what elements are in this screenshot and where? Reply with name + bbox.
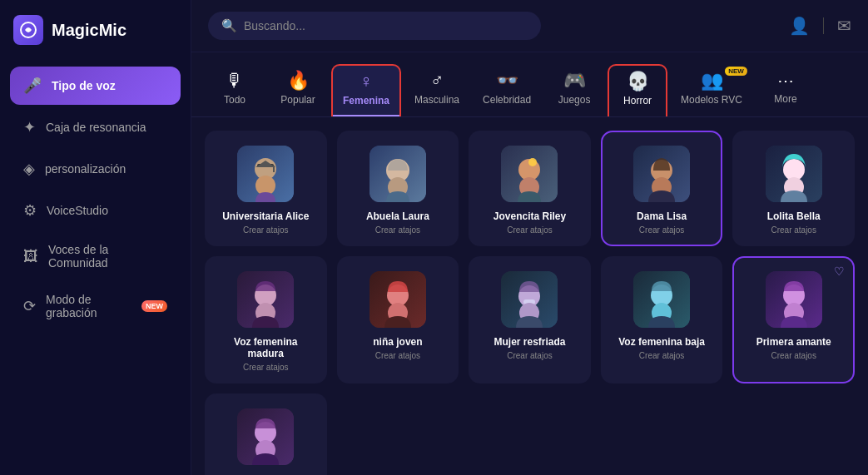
tab-horror[interactable]: 💀 Horror [608, 64, 667, 116]
tab-more-icon: ⋯ [777, 72, 794, 89]
voice-name-joven: niña joven [373, 336, 422, 348]
voice-name-madura: Voz femenina madura [215, 336, 317, 359]
avatar-joven [370, 271, 426, 328]
sidebar-item-modo-grabacion[interactable]: ⟳ Modo de grabación New [10, 283, 181, 329]
voice-sub-alice: Crear atajos [243, 225, 288, 235]
tab-femenina[interactable]: ♀ Femenina [331, 64, 401, 116]
community-icon: 🖼 [23, 248, 38, 265]
voice-card-amante[interactable]: ♡ Primera amante Crear atajos [732, 256, 855, 383]
heart-icon: ♡ [834, 265, 845, 278]
tab-femenina-underline [333, 115, 399, 116]
tab-celebridad[interactable]: 👓 Celebridad [473, 65, 541, 116]
search-input[interactable] [244, 19, 528, 32]
voice-sub-lisa: Crear atajos [639, 225, 684, 235]
voice-card-resfriada[interactable]: Mujer resfriada Crear atajos [469, 256, 591, 383]
sidebar-item-caja-resonancia[interactable]: ✦ Caja de resonancia [10, 108, 181, 146]
user-icon[interactable]: 👤 [789, 16, 810, 36]
voice-sub-resfriada: Crear atajos [507, 351, 552, 360]
avatar-baja [633, 271, 690, 328]
logo-area: MagicMic [0, 0, 191, 60]
voice-card-lolita[interactable]: Lolita Bella Crear atajos [732, 131, 855, 246]
sidebar-item-tipo-voz[interactable]: 🎤 Tipo de voz [10, 67, 181, 105]
voice-name-alice: Universitaria Alice [222, 210, 309, 222]
voice-card-bottom1[interactable]: ... Crear atajos [205, 393, 327, 475]
tab-popular[interactable]: 🔥 Popular [268, 65, 328, 116]
tab-more-label: More [774, 93, 796, 105]
avatar-resfriada [501, 271, 558, 328]
mic-icon: 🎤 [23, 77, 42, 95]
tab-todo-icon: 🎙 [226, 72, 244, 90]
sidebar-item-voces-comunidad[interactable]: 🖼 Voces de la Comunidad [10, 233, 181, 280]
tab-masculina-icon: ♂ [430, 72, 444, 90]
sidebar-label-voicestudio: VoiceStudio [47, 204, 108, 217]
tab-rvc-icon: 👥 [701, 72, 723, 90]
new-badge: New [141, 300, 167, 312]
tab-juegos-label: Juegos [558, 94, 591, 106]
voice-sub-madura: Crear atajos [243, 363, 288, 372]
voice-name-riley: Jovencita Riley [494, 210, 566, 222]
sidebar-label-voces: Voces de la Comunidad [48, 243, 167, 270]
header: 🔍 👤 ✉ [191, 0, 868, 52]
voice-sub-laura: Crear atajos [375, 225, 420, 235]
tab-celebridad-label: Celebridad [483, 94, 531, 106]
studio-icon: ⚙ [23, 201, 37, 220]
avatar-madura [237, 271, 294, 328]
tab-femenina-icon: ♀ [360, 72, 374, 91]
sidebar-label-personalizacion: personalización [45, 162, 126, 176]
header-right: 👤 ✉ [789, 16, 851, 36]
app-name: MagicMic [52, 21, 126, 40]
tab-popular-label: Popular [280, 94, 315, 106]
search-bar[interactable]: 🔍 [208, 12, 541, 40]
voice-card-baja[interactable]: Voz femenina baja Crear atajos [601, 256, 723, 383]
voice-name-amante: Primera amante [756, 336, 831, 348]
voice-sub-riley: Crear atajos [507, 225, 552, 235]
tab-popular-icon: 🔥 [287, 72, 310, 90]
voice-card-riley[interactable]: Jovencita Riley Crear atajos [469, 131, 591, 246]
diamond-icon: ◈ [23, 160, 35, 178]
sidebar-nav: 🎤 Tipo de voz ✦ Caja de resonancia ◈ per… [0, 60, 191, 336]
tab-femenina-label: Femenina [343, 95, 389, 106]
app-logo-icon [13, 15, 43, 45]
category-tabs: 🎙 Todo 🔥 Popular ♀ Femenina ♂ Masculina … [191, 52, 868, 117]
tab-celebridad-icon: 👓 [496, 72, 518, 90]
tab-masculina[interactable]: ♂ Masculina [404, 65, 469, 116]
record-icon: ⟳ [23, 297, 36, 315]
header-divider [823, 17, 824, 34]
tab-todo[interactable]: 🎙 Todo [205, 65, 265, 116]
avatar-laura [370, 146, 426, 202]
voice-sub-baja: Crear atajos [639, 351, 684, 360]
tab-modelos-rvc[interactable]: NEW 👥 Modelos RVC [671, 65, 752, 116]
voice-card-lisa[interactable]: Dama Lisa Crear atajos [601, 131, 723, 246]
sidebar-label-caja: Caja de resonancia [46, 121, 146, 134]
resonance-icon: ✦ [23, 118, 36, 136]
avatar-amante [766, 271, 822, 328]
tab-juegos-icon: 🎮 [563, 72, 586, 90]
voice-name-laura: Abuela Laura [366, 210, 429, 222]
voice-sub-joven: Crear atajos [375, 351, 420, 360]
voice-grid: Universitaria Alice Crear atajos Abuela … [191, 117, 868, 475]
sidebar-item-voicestudio[interactable]: ⚙ VoiceStudio [10, 191, 181, 230]
voice-name-lisa: Dama Lisa [637, 210, 687, 222]
tab-todo-label: Todo [224, 94, 246, 106]
search-icon: 🔍 [221, 18, 237, 33]
tab-more[interactable]: ⋯ More [756, 66, 816, 115]
tab-horror-icon: 💀 [627, 72, 649, 91]
avatar-alice [237, 146, 294, 202]
tab-juegos[interactable]: 🎮 Juegos [544, 65, 604, 116]
sidebar-label-tipo-voz: Tipo de voz [52, 79, 116, 92]
avatar-riley [501, 146, 558, 202]
tab-masculina-label: Masculina [414, 94, 459, 106]
mail-icon[interactable]: ✉ [837, 16, 851, 36]
voice-name-lolita: Lolita Bella [767, 210, 821, 222]
voice-card-alice[interactable]: Universitaria Alice Crear atajos [205, 131, 327, 246]
voice-name-baja: Voz femenina baja [618, 336, 705, 348]
voice-card-madura[interactable]: Voz femenina madura Crear atajos [205, 256, 327, 383]
avatar-lolita [766, 146, 822, 202]
sidebar: MagicMic 🎤 Tipo de voz ✦ Caja de resonan… [0, 0, 191, 475]
avatar-lisa [633, 146, 690, 202]
voice-sub-lolita: Crear atajos [771, 225, 816, 235]
voice-card-laura[interactable]: Abuela Laura Crear atajos [337, 131, 459, 246]
voice-card-joven[interactable]: niña joven Crear atajos [337, 256, 459, 383]
tab-horror-label: Horror [623, 95, 652, 106]
sidebar-item-personalizacion[interactable]: ◈ personalización [10, 150, 181, 188]
